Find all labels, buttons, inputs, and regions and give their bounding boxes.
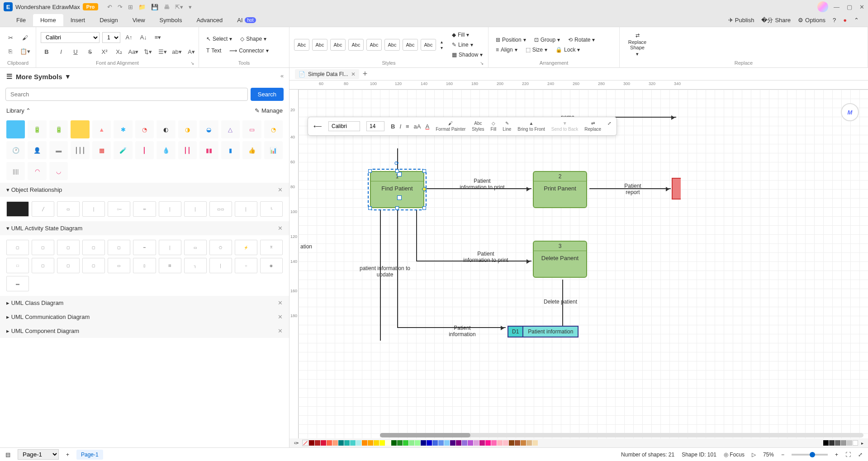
shape-item[interactable]: ▭ [184,240,207,255]
shape-item[interactable]: ⧖ [260,240,283,255]
symbol-item[interactable]: 💧 [157,141,175,159]
shape-item[interactable]: ▢ [32,258,54,273]
color-swatch[interactable] [344,440,350,446]
shape-item[interactable]: ⊞ [159,258,181,273]
shape-item[interactable]: ▬ [6,276,29,291]
add-tab-icon[interactable]: + [363,69,368,79]
symbol-item[interactable] [71,120,89,138]
superscript-icon[interactable]: X² [99,46,110,58]
shape-item[interactable]: ▢ [6,240,29,255]
rotate-button[interactable]: ⟲ Rotate▾ [565,35,598,44]
connector-style-icon[interactable]: ⟵ [313,123,322,130]
italic-icon[interactable]: I [55,46,67,58]
color-swatch[interactable] [491,440,497,446]
color-swatch[interactable] [474,440,479,446]
menu-advanced[interactable]: Advanced [189,14,230,26]
collapse-ribbon-icon[interactable]: ⌃ [854,17,859,24]
open-icon[interactable]: 📁 [138,4,146,10]
symbol-item[interactable]: ◒ [199,120,218,138]
context-send-back[interactable]: ▼Send to Back [551,121,578,132]
bullets-icon[interactable]: ☰▾ [157,46,168,58]
color-swatch[interactable] [438,440,444,446]
color-swatch[interactable] [521,440,526,446]
undo-icon[interactable]: ↶ [107,4,112,10]
shape-item[interactable]: ═ [133,201,156,217]
group-button[interactable]: ⊡ Group▾ [531,35,563,44]
format-painter-icon[interactable]: 🖌 [19,32,31,44]
shape-item[interactable]: ╱ [32,201,54,217]
section-close-icon[interactable]: ✕ [278,186,283,193]
section-uml-activity[interactable]: ▾ UML Activity State Diagram ✕ [0,221,289,235]
shape-item[interactable]: ⚡ [235,240,257,255]
edge-label-1[interactable]: Patient information to print [460,178,505,190]
shape-item[interactable]: └ [260,201,283,217]
selection-handle[interactable] [395,206,399,210]
symbol-item[interactable]: 🔋 [49,120,68,138]
qat-more-icon[interactable]: ▾ [189,4,192,10]
menu-ai[interactable]: AI hot [230,14,263,26]
context-fontcolor-icon[interactable]: A [426,123,430,130]
font-size-select[interactable]: 14 [102,32,120,43]
symbol-item[interactable]: △ [221,120,240,138]
edge-label-3[interactable]: Patient information to print [463,251,508,263]
highlight-icon[interactable]: ab▾ [171,46,183,58]
position-button[interactable]: ⊞ Position▾ [493,35,529,44]
shape-item[interactable]: │ [235,201,257,217]
bold-icon[interactable]: B [41,46,52,58]
color-swatch[interactable] [468,440,473,446]
color-swatch[interactable] [391,440,397,446]
eyedropper-icon[interactable]: ✑ [294,440,299,447]
symbol-item[interactable]: 🧪 [114,141,132,159]
symbol-item[interactable]: |||| [6,162,25,180]
copy-icon[interactable]: ⎘ [5,46,16,57]
symbol-item[interactable] [6,120,25,138]
edge[interactable] [416,209,417,261]
style-preset-7[interactable]: Abc [403,39,418,51]
font-family-select[interactable]: Calibri [41,32,100,43]
style-preset-1[interactable]: Abc [294,39,309,51]
node-find-patient[interactable]: 1 Find Patient [370,171,424,208]
document-tab[interactable]: 📄 Simple Data Fl... ✕ [295,69,359,79]
section-close-icon[interactable]: ✕ [278,299,283,306]
palette-scroll-icon[interactable]: ▸ [861,441,863,446]
color-swatch[interactable] [421,440,426,446]
context-line[interactable]: ✎Line [503,121,511,132]
shape-item[interactable]: ━ [133,240,156,255]
selection-handle[interactable] [422,169,426,173]
symbol-item[interactable]: ▭ [242,120,261,138]
shape-item[interactable]: ▯ [133,258,156,273]
size-button[interactable]: ⬚ Size▾ [523,45,550,54]
connector-tool[interactable]: ⟿ Connector ▾ [227,46,271,55]
styles-launcher-icon[interactable]: ↘ [480,61,484,66]
color-swatch[interactable] [315,440,320,446]
edge-label-2[interactable]: Patient report [617,183,649,195]
color-swatch[interactable] [338,440,344,446]
color-swatch[interactable] [321,440,326,446]
shape-item[interactable]: ○─ [108,201,130,217]
context-italic-icon[interactable]: I [399,123,401,130]
symbol-item[interactable]: ┃┃ [178,141,197,159]
symbol-item[interactable]: ◔ [135,120,154,138]
color-swatch[interactable] [503,440,508,446]
shape-item[interactable]: │ [82,201,105,217]
style-scroll-up-icon[interactable]: ▴ [441,39,443,44]
focus-button[interactable]: ◎ Focus [724,451,745,458]
section-object-relationship[interactable]: ▾ Object Relationship ✕ [0,183,289,197]
color-swatch[interactable] [444,440,450,446]
edge-label-5[interactable]: Delete patient [544,299,577,305]
style-preset-8[interactable]: Abc [421,39,436,51]
replace-dropdown-icon[interactable]: ▾ [636,51,639,57]
context-bring-front[interactable]: ▲Bring to Front [517,121,545,132]
lock-button[interactable]: 🔒 Lock▾ [553,45,583,54]
context-styles[interactable]: AbcStyles [472,121,484,132]
style-preset-5[interactable]: Abc [366,39,382,51]
page-select[interactable]: Page-1 [18,449,59,460]
color-swatch[interactable] [515,440,520,446]
shape-item[interactable]: ▢ [57,240,80,255]
symbol-item[interactable]: ▬ [49,141,68,159]
color-swatch[interactable] [427,440,432,446]
style-preset-3[interactable]: Abc [330,39,346,51]
shape-item[interactable]: │ [184,201,207,217]
section-uml-communication[interactable]: ▸ UML Communication Diagram ✕ [0,310,289,324]
symbol-item[interactable]: ┃┃┃ [71,141,89,159]
